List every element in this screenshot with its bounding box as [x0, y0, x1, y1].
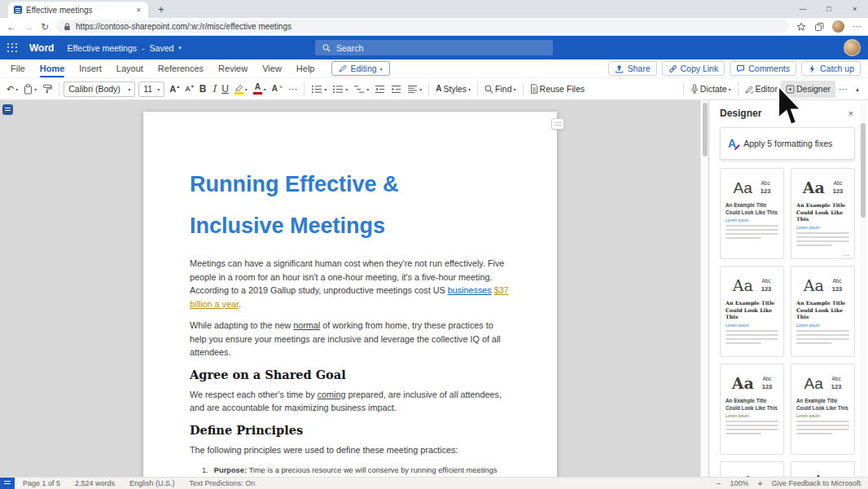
design-theme-card-5[interactable]: Aa Abc123 An Example Title Could Look Li… [720, 363, 784, 455]
highlight-button[interactable]: ▾ [232, 81, 250, 98]
editing-mode-button[interactable]: Editing ▾ [331, 61, 389, 76]
decrease-indent-button[interactable] [372, 81, 388, 98]
account-avatar[interactable] [844, 39, 861, 56]
tab-close-icon[interactable]: × [134, 6, 142, 15]
language-indicator[interactable]: English (U.S.) [129, 479, 175, 487]
undo-button[interactable]: ↶▾ [4, 81, 20, 98]
url-input[interactable]: https://contoso-sharepoint.com/:w:/r/mis… [56, 20, 789, 33]
reuse-files-button[interactable]: Reuse Files [528, 81, 587, 98]
hyperlink-businesses[interactable]: businesses [448, 285, 492, 295]
minimize-button[interactable]: — [790, 0, 816, 18]
font-color-button[interactable]: A ▾ [251, 81, 269, 98]
font-group-overflow-button[interactable]: ⋯ [286, 81, 300, 98]
app-name[interactable]: Word [29, 42, 54, 54]
shrink-font-icon: A [185, 85, 191, 93]
dictate-button[interactable]: Dictate ▾ [688, 81, 734, 98]
italic-button[interactable]: I [209, 81, 218, 98]
design-theme-card-2[interactable]: Aa Abc123 An Example Title Could Look Li… [791, 168, 855, 259]
paste-button[interactable]: ▾ [21, 81, 39, 98]
document-title-bar[interactable]: Effective meetings - Saved ▾ [67, 43, 181, 53]
forward-icon[interactable]: → [24, 22, 33, 32]
menu-tab-file[interactable]: File [3, 60, 33, 77]
font-size-select[interactable]: 11 ▾ [138, 82, 164, 97]
menu-tab-insert[interactable]: Insert [72, 60, 109, 77]
clear-formatting-button[interactable]: A× [270, 81, 285, 98]
comment-anchor-icon[interactable] [551, 118, 564, 130]
collapse-ribbon-icon[interactable]: ▴ [851, 86, 864, 93]
design-theme-card-8[interactable]: Aa [791, 461, 855, 477]
multilevel-list-button[interactable]: ▾ [351, 81, 371, 98]
menu-tab-review[interactable]: Review [211, 60, 255, 77]
zoom-out-button[interactable]: − [717, 479, 721, 488]
abc-label: Abc [761, 180, 770, 186]
close-button[interactable]: × [842, 0, 868, 18]
divider [738, 82, 739, 96]
document-page[interactable]: Running Effective & Inclusive Meetings M… [143, 112, 557, 477]
text-predictions-toggle[interactable]: Text Predictions: On [190, 479, 256, 487]
page-indicator[interactable]: Page 1 of 5 [23, 479, 60, 487]
back-icon[interactable]: ← [7, 22, 16, 32]
design-theme-card-1[interactable]: Aa Abc123 An Example Title Could Look Li… [720, 168, 784, 259]
designer-scrollbar[interactable] [860, 100, 866, 477]
maximize-button[interactable]: □ [816, 0, 842, 18]
search-input[interactable]: Search [315, 40, 553, 55]
card-overflow-icon[interactable]: … [843, 249, 851, 258]
word-count[interactable]: 2,524 words [75, 479, 115, 487]
browser-profile-avatar[interactable] [832, 20, 844, 33]
browser-tab[interactable]: Effective meetings × [8, 2, 148, 18]
format-painter-button[interactable] [40, 81, 55, 98]
shrink-font-button[interactable]: A▾ [182, 81, 196, 98]
font-name-select[interactable]: Calibri (Body) ▾ [64, 82, 135, 97]
app-launcher-button[interactable] [0, 36, 24, 59]
collections-icon[interactable] [814, 22, 824, 32]
formatting-fixes-card[interactable]: A Apply 5 formatting fixes [720, 127, 855, 160]
underline-button[interactable]: U [219, 81, 231, 98]
share-button[interactable]: Share [608, 61, 656, 76]
chevron-down-icon: ▾ [34, 86, 37, 92]
favorite-star-icon[interactable] [796, 22, 806, 32]
bold-button[interactable]: B [197, 81, 209, 98]
copy-link-button[interactable]: Copy Link [662, 61, 726, 76]
design-theme-card-7[interactable]: Aa [720, 461, 784, 477]
canvas-corner-icon[interactable] [2, 104, 13, 115]
design-theme-card-4[interactable]: Aa Abc123 An Example Title Could Look Li… [791, 266, 855, 357]
caret-up-icon: ▴ [177, 83, 179, 89]
close-pane-icon[interactable]: × [847, 108, 855, 118]
increase-indent-button[interactable] [388, 81, 404, 98]
menu-tab-layout[interactable]: Layout [109, 60, 151, 77]
comments-button[interactable]: Comments [730, 61, 796, 76]
word-logo-icon [0, 478, 15, 489]
catch-up-button[interactable]: Catch up [801, 61, 861, 76]
catch-up-label: Catch up [820, 64, 854, 73]
toolbar-overflow-button[interactable]: ⋯ [836, 81, 850, 98]
theme-sample: Aa Abc123 [796, 271, 849, 300]
refresh-icon[interactable]: ↻ [41, 22, 49, 32]
num-label: 123 [833, 187, 844, 196]
designer-scrollbar-thumb[interactable] [861, 123, 866, 218]
theme-preview: An Example Title Could Look Like This Lo… [726, 300, 778, 344]
design-theme-card-3[interactable]: Aa Abc123 An Example Title Could Look Li… [720, 266, 784, 357]
grow-font-button[interactable]: A▴ [167, 81, 182, 98]
feedback-link[interactable]: Give Feedback to Microsoft [771, 479, 861, 487]
menu-tab-references[interactable]: References [151, 60, 211, 77]
designer-button[interactable]: Designer [781, 81, 835, 98]
design-theme-card-6[interactable]: Aa Abc123 An Example Title Could Look Li… [791, 363, 855, 455]
theme-abc-sample: Abc123 [761, 277, 772, 294]
share-label: Share [627, 64, 650, 73]
zoom-in-button[interactable]: + [758, 479, 763, 488]
menu-tab-view[interactable]: View [255, 60, 289, 77]
alignment-button[interactable]: ▾ [405, 81, 424, 98]
find-button[interactable]: Find ▾ [482, 81, 518, 98]
styles-button[interactable]: A Styles ▾ [433, 81, 473, 98]
formatting-fixes-icon: A [728, 138, 736, 149]
browser-menu-icon[interactable]: ⋯ [853, 21, 861, 32]
new-tab-button[interactable]: + [155, 3, 168, 15]
document-scrollbar[interactable] [700, 100, 708, 477]
menu-tab-home[interactable]: Home [33, 60, 72, 77]
bullet-list-button[interactable]: ▾ [309, 81, 329, 98]
zoom-level[interactable]: 100% [730, 479, 749, 487]
editor-button[interactable]: Editor [743, 81, 780, 98]
menu-tab-help[interactable]: Help [289, 60, 322, 77]
numbered-list-button[interactable]: ▾ [330, 81, 350, 98]
document-scrollbar-thumb[interactable] [703, 103, 708, 156]
